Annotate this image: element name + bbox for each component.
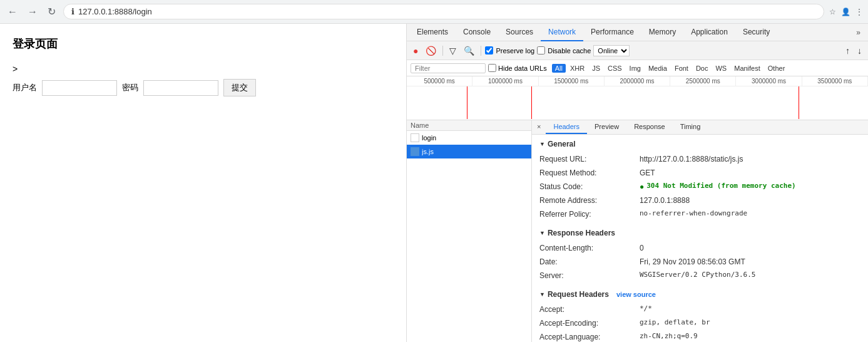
filter-other[interactable]: Other [765, 64, 789, 73]
upload-button[interactable]: ↑ [843, 44, 852, 57]
filter-media[interactable]: Media [645, 64, 670, 73]
view-source-link[interactable]: view source [616, 291, 656, 298]
submit-button[interactable]: 提交 [223, 79, 256, 96]
response-headers-title: Response Headers [539, 229, 860, 237]
requests-header-name: Name [411, 122, 528, 129]
tab-more-button[interactable]: » [851, 28, 865, 37]
browser-chrome: ← → ↻ ℹ 127.0.0.1:8888/login ☆ 👤 ⋮ [0, 0, 868, 24]
requests-list: Name login js.js [407, 120, 532, 342]
referrer-policy-key: Referrer Policy: [539, 209, 640, 220]
request-method-value: GET [640, 167, 655, 179]
detail-tab-headers[interactable]: Headers [546, 120, 587, 134]
username-input[interactable] [42, 80, 117, 96]
more-icon[interactable]: ⋮ [855, 8, 863, 16]
request-item-jsjs[interactable]: js.js [407, 145, 531, 158]
hide-data-checkbox[interactable] [488, 64, 496, 72]
detail-tab-name: × [532, 120, 546, 134]
page-arrow: > [13, 64, 394, 74]
throttle-select[interactable]: Online [593, 45, 630, 56]
tab-memory[interactable]: Memory [641, 24, 683, 41]
timeline-label-4: 2000000 ms [605, 76, 670, 86]
preserve-log-checkbox[interactable] [485, 46, 493, 54]
page-title: 登录页面 [13, 36, 394, 51]
disable-cache-checkbox[interactable] [537, 46, 545, 54]
timeline-label-2: 1000000 ms [472, 76, 538, 86]
request-url-key: Request URL: [539, 153, 640, 165]
devtools-toolbar: ● 🚫 ▽ 🔍 Preserve log Disable cache Onlin… [407, 41, 868, 60]
tab-performance[interactable]: Performance [583, 24, 641, 41]
filter-img[interactable]: Img [626, 64, 644, 73]
tab-application[interactable]: Application [683, 24, 735, 41]
tab-network[interactable]: Network [541, 24, 583, 41]
accept-language-value: zh-CN,zh;q=0.9 [640, 331, 698, 342]
timeline-labels: 500000 ms 1000000 ms 1500000 ms 2000000 … [407, 76, 868, 86]
request-details: × Headers Preview Response Timing Genera… [532, 120, 868, 342]
filter-doc[interactable]: Doc [693, 64, 712, 73]
request-headers-title: Request Headers view source [539, 290, 860, 299]
request-url-value: http://127.0.0.1:8888/static/js.js [640, 153, 743, 165]
back-button[interactable]: ← [5, 5, 20, 19]
tab-elements[interactable]: Elements [409, 24, 456, 41]
status-code-value: 304 Not Modified (from memory cache) [646, 181, 795, 192]
timeline: 500000 ms 1000000 ms 1500000 ms 2000000 … [407, 76, 868, 120]
filter-css[interactable]: CSS [605, 64, 625, 73]
status-code-row: Status Code: ● 304 Not Modified (from me… [539, 180, 860, 194]
filter-xhr[interactable]: XHR [567, 64, 588, 73]
general-title: General [539, 140, 860, 148]
filter-ws[interactable]: WS [712, 64, 730, 73]
record-button[interactable]: ● [411, 44, 421, 57]
star-icon[interactable]: ☆ [829, 8, 836, 16]
server-row: Server: WSGIServer/0.2 CPython/3.6.5 [539, 269, 860, 282]
detail-tab-response[interactable]: Response [626, 120, 673, 134]
disable-cache-label[interactable]: Disable cache [537, 46, 591, 54]
preserve-log-label[interactable]: Preserve log [485, 46, 534, 54]
request-icon-jsjs [411, 147, 419, 156]
search-button[interactable]: 🔍 [461, 44, 477, 57]
filter-types: All XHR JS CSS Img Media Font Doc WS Man… [552, 64, 789, 73]
password-input[interactable] [143, 80, 218, 96]
disable-cache-text: Disable cache [548, 47, 591, 54]
timeline-label-5: 2500000 ms [670, 76, 736, 86]
content-length-key: Content-Length: [539, 242, 640, 254]
filter-manifest[interactable]: Manifest [731, 64, 763, 73]
page-form: 用户名 密码 提交 [13, 79, 394, 96]
request-headers-title-text: Request Headers [548, 290, 609, 299]
tab-security[interactable]: Security [735, 24, 777, 41]
detail-tab-preview[interactable]: Preview [587, 120, 626, 134]
requests-list-header: Name [407, 120, 531, 131]
accept-row: Accept: */* [539, 303, 860, 316]
toolbar-separator-1 [442, 46, 443, 56]
filter-all[interactable]: All [552, 64, 566, 73]
content-length-value: 0 [640, 242, 644, 254]
profile-icon[interactable]: 👤 [841, 8, 850, 16]
filter-button[interactable]: ▽ [447, 44, 459, 57]
request-name-login: login [422, 134, 528, 142]
timeline-vline-3 [799, 86, 799, 119]
request-item-login[interactable]: login [407, 131, 531, 145]
tab-sources[interactable]: Sources [498, 24, 541, 41]
clear-button[interactable]: 🚫 [423, 44, 439, 57]
download-button[interactable]: ↓ [855, 44, 864, 57]
filter-js[interactable]: JS [589, 64, 603, 73]
filter-bar: Hide data URLs All XHR JS CSS Img Media … [407, 60, 868, 76]
filter-font[interactable]: Font [671, 64, 692, 73]
refresh-button[interactable]: ↻ [45, 4, 58, 19]
accept-value: */* [640, 304, 652, 315]
tab-console[interactable]: Console [456, 24, 498, 41]
date-key: Date: [539, 256, 640, 267]
devtools-panel: Elements Console Sources Network Perform… [407, 24, 868, 342]
address-bar[interactable]: ℹ 127.0.0.1:8888/login [63, 4, 824, 19]
detail-tab-timing[interactable]: Timing [673, 120, 708, 134]
main-layout: 登录页面 > 用户名 密码 提交 Elements Console Source… [0, 24, 868, 342]
forward-button[interactable]: → [25, 5, 40, 19]
filter-input[interactable] [411, 63, 486, 73]
toolbar-separator-2 [481, 46, 481, 56]
preserve-log-text: Preserve log [496, 47, 534, 54]
page-content: 登录页面 > 用户名 密码 提交 [0, 24, 407, 342]
request-method-key: Request Method: [539, 167, 640, 179]
nav-bar: ← → ↻ ℹ 127.0.0.1:8888/login ☆ 👤 ⋮ [0, 0, 868, 23]
security-icon: ℹ [71, 7, 74, 16]
url-display: 127.0.0.1:8888/login [78, 7, 152, 16]
date-value: Fri, 29 Nov 2019 08:56:03 GMT [640, 256, 745, 267]
hide-data-label[interactable]: Hide data URLs [488, 64, 547, 72]
